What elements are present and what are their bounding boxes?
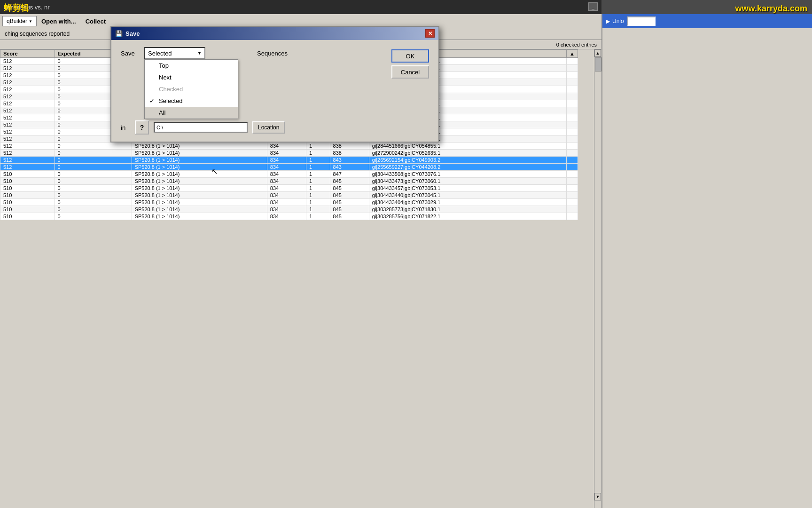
in-label: in — [121, 124, 130, 131]
sequences-label: Sequences — [257, 50, 288, 57]
dialog-close-button[interactable]: ✕ — [425, 29, 435, 38]
in-row: in ? C:\ Location — [121, 120, 429, 135]
option-top[interactable]: Top — [145, 60, 238, 71]
location-button[interactable]: Location — [252, 121, 285, 134]
save-label: Save — [121, 50, 140, 57]
dropdown-icon: ▼ — [197, 51, 202, 56]
dialog-title-text: 💾 Save — [115, 30, 140, 37]
save-type-dropdown[interactable]: Selected ▼ — [144, 47, 205, 59]
help-button[interactable]: ? — [135, 120, 149, 135]
save-row: Save Selected ▼ Top Next Checked Selecte… — [121, 47, 429, 59]
watermark: www.karryda.com — [735, 4, 807, 14]
save-dialog: 💾 Save ✕ OK Cancel Save Selected ▼ — [110, 26, 439, 143]
cancel-button[interactable]: Cancel — [391, 65, 429, 79]
path-display: C:\ — [154, 122, 248, 133]
chinese-title: 蜂剪辑 — [4, 2, 29, 14]
dialog-buttons: OK Cancel — [391, 49, 429, 79]
path-value: C:\ — [156, 125, 163, 130]
dialog-overlay: 💾 Save ✕ OK Cancel Save Selected ▼ — [0, 0, 812, 508]
save-dropdown-menu: Top Next Checked Selected All — [144, 59, 238, 119]
mouse-cursor: ↖ — [211, 167, 218, 176]
option-selected[interactable]: Selected — [145, 95, 238, 107]
option-next[interactable]: Next — [145, 71, 238, 83]
save-type-value: Selected — [148, 50, 172, 57]
dialog-titlebar: 💾 Save ✕ — [111, 27, 438, 40]
option-all[interactable]: All — [145, 107, 238, 119]
save-dropdown-container: Selected ▼ Top Next Checked Selected All — [144, 47, 205, 59]
option-checked[interactable]: Checked — [145, 83, 238, 95]
dialog-icon: 💾 — [115, 30, 123, 37]
ok-button[interactable]: OK — [391, 49, 429, 63]
dialog-title: Save — [125, 30, 140, 37]
dialog-body: OK Cancel Save Selected ▼ Top Next Check… — [111, 40, 438, 142]
